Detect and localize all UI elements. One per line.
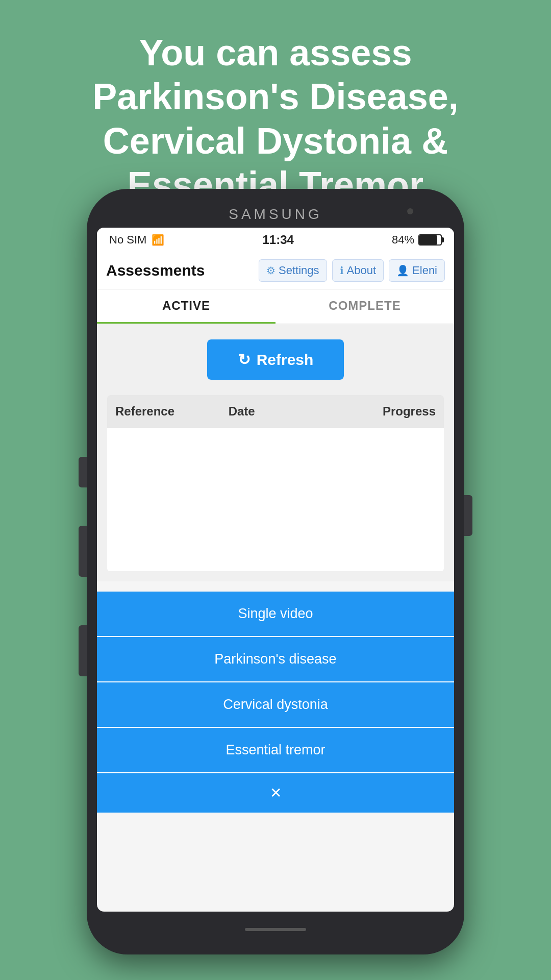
- settings-label: Settings: [279, 264, 319, 277]
- refresh-label: Refresh: [257, 351, 314, 369]
- tab-complete[interactable]: COMPLETE: [276, 289, 454, 324]
- table-header: Reference Date Progress: [107, 395, 444, 428]
- phone-top-bar: SAMSUNG: [97, 199, 454, 228]
- volume-up-button: [79, 457, 87, 487]
- bottom-action-buttons: Single video Parkinson's disease Cervica…: [97, 592, 454, 813]
- tab-active[interactable]: ACTIVE: [97, 289, 276, 324]
- wifi-icon: 📶: [152, 234, 164, 246]
- user-button[interactable]: 👤 Eleni: [389, 259, 445, 282]
- settings-icon: ⚙: [266, 264, 276, 277]
- user-label: Eleni: [412, 264, 437, 277]
- refresh-icon: ↻: [238, 351, 251, 369]
- status-left: No SIM 📶: [109, 233, 164, 247]
- front-camera: [407, 208, 413, 214]
- battery-fill: [419, 235, 437, 244]
- power-button: [464, 495, 472, 536]
- single-video-button[interactable]: Single video: [97, 592, 454, 637]
- volume-down-button: [79, 526, 87, 577]
- status-right: 84%: [392, 233, 442, 247]
- info-icon: ℹ: [340, 264, 344, 277]
- col-progress-header: Progress: [322, 404, 436, 419]
- app-title: Assessments: [106, 262, 254, 279]
- samsung-brand-label: SAMSUNG: [229, 206, 322, 223]
- home-indicator: [245, 928, 306, 931]
- phone-screen: No SIM 📶 11:34 84% Assessments ⚙ Setting…: [97, 228, 454, 912]
- about-label: About: [347, 264, 377, 277]
- settings-button[interactable]: ⚙ Settings: [259, 259, 327, 282]
- status-bar: No SIM 📶 11:34 84%: [97, 228, 454, 252]
- close-button[interactable]: ✕: [97, 773, 454, 813]
- table-body: [107, 428, 444, 571]
- essential-tremor-button[interactable]: Essential tremor: [97, 728, 454, 773]
- app-header: Assessments ⚙ Settings ℹ About 👤 Eleni: [97, 252, 454, 289]
- clock: 11:34: [262, 233, 293, 247]
- tabs-bar: ACTIVE COMPLETE: [97, 289, 454, 324]
- user-icon: 👤: [396, 264, 409, 277]
- phone-bottom-bar: [97, 912, 454, 947]
- network-status: No SIM: [109, 233, 146, 247]
- assessments-table: Reference Date Progress: [107, 395, 444, 571]
- cervical-dystonia-button[interactable]: Cervical dystonia: [97, 682, 454, 728]
- phone-shell: SAMSUNG No SIM 📶 11:34 84%: [87, 189, 464, 954]
- refresh-button[interactable]: ↻ Refresh: [207, 339, 344, 380]
- content-area: ↻ Refresh Reference Date Progress: [97, 324, 454, 581]
- phone-mockup: SAMSUNG No SIM 📶 11:34 84%: [87, 189, 464, 954]
- col-date-header: Date: [229, 404, 323, 419]
- home-button-side: [79, 625, 87, 676]
- battery-percent: 84%: [392, 233, 414, 247]
- battery-icon: [418, 234, 442, 246]
- parkinsons-disease-button[interactable]: Parkinson's disease: [97, 637, 454, 682]
- col-reference-header: Reference: [115, 404, 229, 419]
- about-button[interactable]: ℹ About: [332, 259, 384, 282]
